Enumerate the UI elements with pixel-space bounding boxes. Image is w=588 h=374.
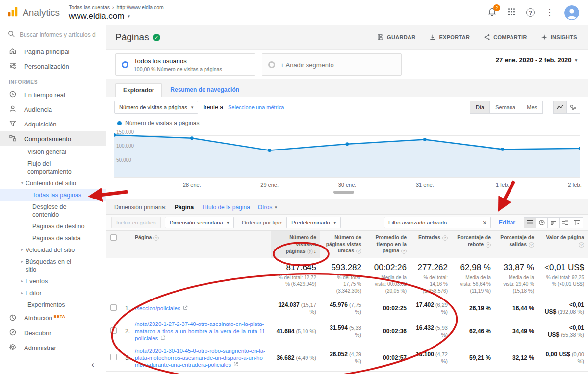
tab-explorador[interactable]: Explorador bbox=[115, 83, 162, 97]
motion-chart-icon[interactable] bbox=[566, 101, 580, 114]
sidebar-item-behavior[interactable]: Comportamiento bbox=[0, 131, 106, 146]
breadcrumb-root[interactable]: Todas las cuentas bbox=[69, 4, 110, 10]
column-header-label: Entradas bbox=[418, 234, 440, 240]
sort-type-dropdown[interactable]: Predeterminado ▾ bbox=[286, 217, 341, 228]
info-icon[interactable]: ? bbox=[579, 242, 584, 248]
sidebar-search[interactable] bbox=[0, 25, 106, 44]
info-icon[interactable]: ? bbox=[307, 249, 313, 254]
segment-all-users[interactable]: Todos los usuarios 100,00 % Número de vi… bbox=[115, 53, 255, 76]
sidebar-item-audience[interactable]: Audiencia bbox=[0, 102, 106, 117]
info-icon[interactable]: ? bbox=[442, 235, 448, 241]
insights-button[interactable]: INSIGHTS bbox=[541, 34, 577, 41]
apps-grid-icon[interactable] bbox=[508, 8, 515, 17]
sidebar-item-desglose-de-contenido[interactable]: Desglose de contenido bbox=[0, 201, 106, 221]
share-button[interactable]: COMPARTIR bbox=[484, 34, 527, 41]
more-options-icon[interactable]: ⋮ bbox=[545, 7, 554, 18]
sidebar-item-busquedas-en-el-sitio[interactable]: ▸Búsquedas en el sitio bbox=[0, 256, 106, 275]
sidebar-item-home[interactable]: Página principal bbox=[0, 44, 106, 59]
notifications-button[interactable]: 2 bbox=[487, 7, 497, 18]
info-icon[interactable]: ? bbox=[401, 249, 407, 254]
save-button[interactable]: GUARDAR bbox=[377, 34, 415, 41]
clear-filter-icon[interactable]: ✕ bbox=[479, 220, 490, 226]
collapsed-arrow-icon: ▸ bbox=[21, 248, 23, 252]
external-link-icon[interactable] bbox=[233, 361, 238, 368]
sidebar-item-experimentos[interactable]: Experimentos bbox=[0, 299, 106, 311]
granularity-week-button[interactable]: Semana bbox=[489, 101, 521, 114]
column-header-visitas[interactable]: Número de visitas a páginas?↓ bbox=[271, 231, 320, 258]
sidebar-item-paginas-de-salida[interactable]: Páginas de salida bbox=[0, 232, 106, 244]
sidebar-item-velocidad-del-sitio[interactable]: ▸Velocidad del sitio bbox=[0, 244, 106, 256]
sidebar-item-customization[interactable]: Personalización bbox=[0, 59, 106, 74]
sidebar-item-paginas-de-destino[interactable]: Páginas de destino bbox=[0, 221, 106, 232]
info-icon[interactable]: ? bbox=[529, 242, 534, 248]
table-view-icon[interactable] bbox=[524, 217, 536, 228]
breadcrumb-current[interactable]: http://www.eldia.com bbox=[117, 4, 164, 10]
info-icon[interactable]: ? bbox=[486, 242, 491, 248]
column-header-pagina[interactable]: Página? bbox=[131, 231, 271, 258]
sidebar-item-editor[interactable]: ▸Editor bbox=[0, 287, 106, 299]
metric-value: 00:02:25 bbox=[383, 305, 407, 312]
performance-view-icon[interactable] bbox=[547, 217, 560, 228]
column-header-salidas[interactable]: Porcentaje de salidas? bbox=[495, 231, 538, 258]
property-selector[interactable]: www.eldia.com ▾ bbox=[69, 11, 164, 21]
column-header-valor[interactable]: Valor de página? bbox=[538, 231, 588, 258]
sidebar-item-attribution[interactable]: AtribuciónBETA bbox=[0, 311, 106, 325]
granularity-day-button[interactable]: Día bbox=[470, 101, 490, 114]
metric-cell: 41.684 (5,10 %) bbox=[271, 318, 320, 345]
comparison-view-icon[interactable] bbox=[559, 217, 571, 228]
pivot-view-icon[interactable] bbox=[571, 217, 583, 228]
row-checkbox[interactable] bbox=[110, 327, 117, 334]
page-link[interactable]: /seccion/policiales bbox=[135, 305, 180, 311]
row-index: 4. bbox=[119, 371, 131, 374]
granularity-month-button[interactable]: Mes bbox=[521, 101, 543, 114]
select-all-checkbox[interactable] bbox=[110, 234, 117, 241]
summary-spacer-cell bbox=[119, 258, 131, 299]
tab-resumen-navegacion[interactable]: Resumen de navegación bbox=[163, 83, 247, 97]
dimension-titulo-pagina[interactable]: Título de la página bbox=[202, 204, 250, 211]
date-range-selector[interactable]: 27 ene. 2020 - 2 feb. 2020 ▾ bbox=[496, 53, 577, 64]
sidebar-item-vision-general[interactable]: Visión general bbox=[0, 146, 106, 158]
sidebar-collapse-button[interactable]: ‹ bbox=[0, 357, 106, 374]
chart-scroll-handle[interactable] bbox=[333, 191, 354, 194]
export-button[interactable]: EXPORTAR bbox=[429, 34, 470, 41]
percentage-view-icon[interactable] bbox=[536, 217, 548, 228]
sidebar-item-admin[interactable]: Administrar bbox=[0, 340, 106, 355]
column-header-entradas[interactable]: Entradas? bbox=[410, 231, 452, 258]
line-chart-icon[interactable] bbox=[553, 101, 567, 114]
page-link[interactable]: /nota/2020-1-27-2-37-40-otro-asesinato-e… bbox=[135, 321, 267, 341]
dimension-otros[interactable]: Otros ▾ bbox=[258, 204, 277, 211]
row-checkbox[interactable] bbox=[110, 304, 117, 311]
summary-subtext: % del total: 14,16 % (1.958.576) bbox=[414, 274, 448, 295]
help-icon[interactable]: ? bbox=[526, 8, 535, 17]
metric-selector-dropdown[interactable]: Número de visitas a páginas ▾ bbox=[114, 101, 198, 114]
metric-percent: (15,17 %) bbox=[300, 302, 316, 315]
sidebar-item-contenido-del-sitio[interactable]: ▾Contenido del sitio bbox=[0, 177, 106, 189]
sidebar-item-todas-las-paginas[interactable]: Todas las páginas bbox=[0, 189, 106, 201]
sidebar-item-discover[interactable]: Descubrir bbox=[0, 325, 106, 340]
metric-value: 124.037 bbox=[278, 301, 299, 308]
dimension-pagina[interactable]: Página bbox=[175, 204, 194, 211]
row-checkbox[interactable] bbox=[110, 354, 117, 360]
info-icon[interactable]: ? bbox=[153, 235, 159, 241]
sidebar-item-acquisition[interactable]: Adquisición bbox=[0, 117, 106, 131]
sidebar-item-flujo-comportamiento[interactable]: Flujo del comportamiento bbox=[0, 158, 106, 177]
column-header-rebote[interactable]: Porcentaje de rebote? bbox=[452, 231, 495, 258]
sidebar-item-realtime[interactable]: En tiempo real bbox=[0, 87, 106, 102]
analytics-logo[interactable]: Analytics bbox=[0, 6, 69, 19]
avatar[interactable] bbox=[564, 5, 579, 20]
search-input[interactable] bbox=[20, 31, 96, 38]
visits-line-chart[interactable]: 50.000100.000150.000 bbox=[114, 129, 580, 180]
add-segment-button[interactable]: + Añadir segmento bbox=[262, 53, 402, 76]
sidebar-item-eventos[interactable]: ▸Eventos bbox=[0, 275, 106, 287]
external-link-icon[interactable] bbox=[160, 335, 165, 342]
sort-desc-icon[interactable]: ↓ bbox=[314, 248, 317, 254]
edit-filter-link[interactable]: Editar bbox=[499, 219, 515, 226]
external-link-icon[interactable] bbox=[183, 305, 188, 312]
info-icon[interactable]: ? bbox=[356, 249, 361, 254]
advanced-filter-box[interactable]: Filtro avanzado activado ✕ bbox=[384, 217, 491, 228]
column-header-tiempo[interactable]: Promedio de tiempo en la página? bbox=[365, 231, 410, 258]
column-header-vistas-unicas[interactable]: Número de páginas vistas únicas? bbox=[320, 231, 365, 258]
page-link[interactable]: /nota/2020-1-30-10-45-0-otro-robo-sangri… bbox=[135, 348, 265, 368]
secondary-dimension-dropdown[interactable]: Dimensión secundaria ▾ bbox=[165, 217, 234, 228]
select-metric-link[interactable]: Seleccione una métrica bbox=[228, 104, 284, 110]
